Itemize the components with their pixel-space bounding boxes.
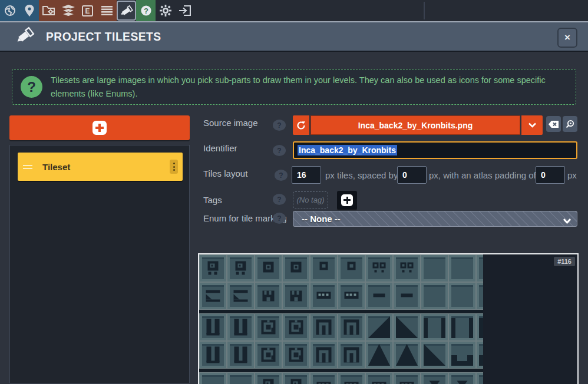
tileset-brush-icon[interactable] (117, 1, 136, 21)
enum-marking-help-icon[interactable]: ? (273, 213, 286, 224)
add-tag-button[interactable] (337, 191, 357, 209)
tileset-item-label: Tileset (42, 162, 70, 172)
source-image-label: Source image (203, 118, 258, 128)
plus-icon (341, 194, 353, 206)
refresh-icon[interactable] (293, 115, 309, 135)
question-icon: ? (21, 76, 42, 98)
source-image-row: Inca_back2_by_Kronbits.png (293, 115, 577, 135)
identifier-label: Identifier (203, 143, 237, 153)
project-folder-icon[interactable] (39, 0, 58, 21)
world-icon[interactable] (0, 0, 19, 21)
identifier-input[interactable]: Inca_back2_by_Kronbits (293, 141, 577, 159)
tiles-layout-text-2: px, with an atlas padding of (429, 170, 536, 180)
tiles-layout-help-icon[interactable]: ? (275, 170, 288, 181)
tileset-preview-image (199, 254, 483, 384)
tile-size-input[interactable] (292, 166, 321, 184)
close-button[interactable]: × (557, 28, 577, 48)
panel-header: PROJECT TILESETS × (0, 21, 588, 52)
entity-icon[interactable]: E (78, 0, 97, 21)
tileset-list: Tileset (9, 145, 190, 383)
svg-text:?: ? (144, 6, 148, 15)
toolbar-divider (424, 2, 425, 19)
add-tileset-button[interactable] (9, 115, 190, 140)
tiles-layout-label: Tiles layout (203, 168, 247, 178)
settings-icon[interactable] (156, 0, 175, 21)
page-title: PROJECT TILESETS (46, 30, 161, 44)
tiles-layout-text-1: px tiles, spaced by (325, 170, 398, 180)
enum-marking-value: -- None -- (302, 214, 341, 224)
drag-handle-icon[interactable] (23, 165, 32, 169)
map-pin-icon[interactable] (19, 0, 39, 21)
top-toolbar: E ? (0, 0, 588, 21)
chevron-down-icon (563, 216, 571, 226)
help-icon[interactable]: ? (136, 0, 156, 21)
no-tag-placeholder: (No tag) (293, 191, 328, 208)
identifier-help-icon[interactable]: ? (273, 145, 286, 156)
svg-text:E: E (85, 7, 90, 15)
source-chevron-down-icon[interactable] (521, 115, 543, 135)
source-image-button[interactable]: Inca_back2_by_Kronbits.png (309, 115, 521, 135)
enum-marking-select[interactable]: -- None -- (293, 211, 577, 227)
list-icon[interactable] (97, 0, 117, 21)
clear-source-icon[interactable] (546, 116, 561, 132)
plus-icon (93, 121, 107, 135)
atlas-padding-input[interactable] (536, 166, 565, 184)
tags-help-icon[interactable]: ? (273, 194, 286, 205)
tags-label: Tags (203, 195, 222, 205)
tile-spacing-input[interactable] (397, 166, 427, 184)
item-menu-icon[interactable] (170, 160, 178, 174)
tile-count-badge: #116 (554, 257, 575, 266)
layers-icon[interactable] (58, 0, 78, 21)
tileset-preview: #116 (198, 253, 579, 384)
source-image-help-icon[interactable]: ? (273, 120, 286, 131)
tileset-list-item[interactable]: Tileset (18, 153, 183, 181)
locate-file-icon[interactable] (563, 116, 577, 132)
source-image-value: Inca_back2_by_Kronbits.png (358, 121, 473, 130)
help-note-text: Tilesets are large images in which you p… (51, 74, 576, 100)
tiles-layout-text-3: px (567, 170, 577, 180)
exit-icon[interactable] (175, 0, 194, 21)
paint-brush-icon (15, 26, 35, 47)
help-note: ? Tilesets are large images in which you… (12, 69, 576, 105)
identifier-value: Inca_back2_by_Kronbits (298, 145, 397, 155)
